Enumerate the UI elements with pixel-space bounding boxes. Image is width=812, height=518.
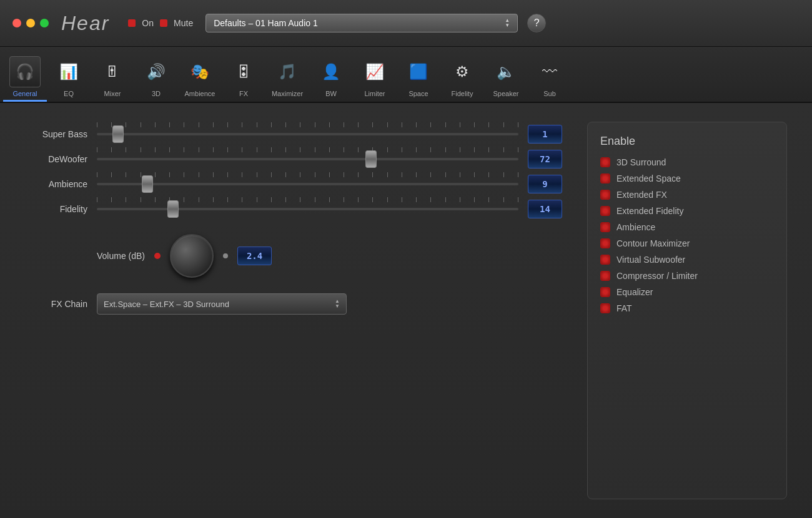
enable-checkbox-5[interactable] bbox=[600, 238, 610, 248]
tab-label-bw: BW bbox=[325, 90, 337, 97]
tab-eq[interactable]: 📊 EQ bbox=[47, 47, 91, 102]
slider-label-0: Super Bass bbox=[25, 129, 87, 139]
preset-value: Defaults – 01 Ham Audio 1 bbox=[214, 18, 318, 28]
preset-dropdown[interactable]: Defaults – 01 Ham Audio 1 ▲ ▼ bbox=[205, 14, 518, 32]
tab-icon-fidelity: ⚙ bbox=[447, 56, 478, 87]
slider-row-1: DeWoofer 72 bbox=[25, 147, 562, 172]
tab-fidelity[interactable]: ⚙ Fidelity bbox=[440, 47, 484, 102]
slider-row-3: Fidelity 14 bbox=[25, 197, 562, 222]
tab-maximizer[interactable]: 🎵 Maximizer bbox=[265, 47, 309, 102]
enable-title: Enable bbox=[600, 135, 774, 148]
enable-item-0: 3D Surround bbox=[600, 157, 774, 167]
slider-value-3: 14 bbox=[528, 200, 562, 218]
on-mute-area: On Mute bbox=[128, 18, 193, 28]
tab-icon-mixer: 🎚 bbox=[97, 56, 128, 87]
close-button[interactable] bbox=[12, 19, 21, 27]
tab-label-fidelity: Fidelity bbox=[452, 90, 473, 97]
enable-item-7: Compressor / Limiter bbox=[600, 271, 774, 281]
volume-knob[interactable] bbox=[170, 234, 214, 278]
tab-label-general: General bbox=[12, 90, 37, 97]
slider-track-container-2 bbox=[97, 175, 518, 193]
tab-label-limiter: Limiter bbox=[364, 90, 385, 97]
tab-label-speaker: Speaker bbox=[493, 90, 519, 97]
tab-bw[interactable]: 👤 BW bbox=[309, 47, 353, 102]
slider-ticks-3 bbox=[97, 195, 518, 207]
slider-ticks-0 bbox=[97, 120, 518, 132]
titlebar: Hear On Mute Defaults – 01 Ham Audio 1 ▲… bbox=[0, 0, 812, 47]
tab-label-mixer: Mixer bbox=[104, 90, 121, 97]
tab-general[interactable]: 🎧 General bbox=[3, 47, 47, 102]
app-title: Hear bbox=[61, 12, 109, 35]
slider-label-1: DeWoofer bbox=[25, 154, 87, 164]
slider-value-2: 9 bbox=[528, 175, 562, 193]
tab-fx[interactable]: 🎛 FX bbox=[222, 47, 265, 102]
slider-track-container-3 bbox=[97, 200, 518, 218]
tab-label-space: Space bbox=[408, 90, 428, 97]
tab-icon-space: 🟦 bbox=[403, 56, 434, 87]
tab-label-maximizer: Maximizer bbox=[272, 90, 303, 97]
tab-icon-ambience: 🎭 bbox=[184, 56, 215, 87]
enable-item-label-5: Contour Maximizer bbox=[616, 238, 690, 248]
slider-row-0: Super Bass 1 bbox=[25, 122, 562, 147]
tab-mixer[interactable]: 🎚 Mixer bbox=[91, 47, 134, 102]
enable-checkbox-2[interactable] bbox=[600, 190, 610, 200]
fxchain-value: Ext.Space – Ext.FX – 3D Surround bbox=[104, 300, 229, 309]
tab-bar: 🎧 General 📊 EQ 🎚 Mixer 🔊 3D 🎭 Ambience 🎛… bbox=[0, 47, 812, 103]
slider-track-1[interactable] bbox=[97, 158, 518, 160]
tab-icon-bw: 👤 bbox=[315, 56, 347, 87]
mute-label[interactable]: Mute bbox=[174, 18, 193, 28]
fxchain-label: FX Chain bbox=[25, 299, 87, 309]
tab-icon-limiter: 📈 bbox=[359, 56, 390, 87]
enable-checkbox-1[interactable] bbox=[600, 173, 610, 183]
minimize-button[interactable] bbox=[26, 19, 35, 27]
fxchain-dropdown[interactable]: Ext.Space – Ext.FX – 3D Surround ▲ ▼ bbox=[97, 293, 347, 315]
enable-checkbox-0[interactable] bbox=[600, 157, 610, 167]
tab-3d[interactable]: 🔊 3D bbox=[134, 47, 178, 102]
enable-item-label-2: Extended FX bbox=[616, 190, 667, 200]
enable-checkbox-6[interactable] bbox=[600, 255, 610, 265]
tab-limiter[interactable]: 📈 Limiter bbox=[353, 47, 397, 102]
tab-speaker[interactable]: 🔈 Speaker bbox=[484, 47, 528, 102]
tab-icon-general: 🎧 bbox=[9, 56, 41, 87]
enable-item-label-1: Extended Space bbox=[616, 173, 681, 183]
volume-dot-right bbox=[223, 253, 228, 258]
enable-item-label-0: 3D Surround bbox=[616, 157, 666, 167]
tab-icon-eq: 📊 bbox=[53, 56, 84, 87]
enable-item-4: Ambience bbox=[600, 222, 774, 232]
maximize-button[interactable] bbox=[40, 19, 49, 27]
fxchain-arrows: ▲ ▼ bbox=[335, 299, 340, 309]
enable-item-3: Extended Fidelity bbox=[600, 206, 774, 216]
enable-checkbox-7[interactable] bbox=[600, 271, 610, 281]
tab-label-sub: Sub bbox=[543, 90, 556, 97]
slider-thumb-2[interactable] bbox=[142, 175, 153, 193]
enable-checkbox-9[interactable] bbox=[600, 303, 610, 313]
enable-item-label-6: Virtual Subwoofer bbox=[616, 255, 685, 265]
enable-checkbox-3[interactable] bbox=[600, 206, 610, 216]
enable-item-label-8: Equalizer bbox=[616, 287, 653, 297]
tab-ambience[interactable]: 🎭 Ambience bbox=[178, 47, 222, 102]
enable-item-label-9: FAT bbox=[616, 303, 632, 313]
enable-item-label-4: Ambience bbox=[616, 222, 655, 232]
help-button[interactable]: ? bbox=[527, 14, 546, 32]
enable-checkbox-4[interactable] bbox=[600, 222, 610, 232]
tab-space[interactable]: 🟦 Space bbox=[397, 47, 440, 102]
slider-ticks-2 bbox=[97, 170, 518, 182]
on-indicator bbox=[128, 19, 136, 27]
enable-item-2: Extended FX bbox=[600, 190, 774, 200]
tab-sub[interactable]: 〰 Sub bbox=[528, 47, 572, 102]
slider-track-3[interactable] bbox=[97, 208, 518, 210]
fxchain-row: FX Chain Ext.Space – Ext.FX – 3D Surroun… bbox=[25, 293, 562, 315]
enable-checkbox-8[interactable] bbox=[600, 287, 610, 297]
on-label[interactable]: On bbox=[142, 18, 154, 28]
slider-track-2[interactable] bbox=[97, 183, 518, 185]
slider-track-0[interactable] bbox=[97, 133, 518, 135]
slider-thumb-1[interactable] bbox=[365, 150, 377, 168]
mute-indicator bbox=[160, 19, 167, 27]
volume-label: Volume (dB) bbox=[97, 251, 145, 261]
volume-value: 2.4 bbox=[237, 247, 272, 265]
slider-thumb-3[interactable] bbox=[167, 200, 179, 218]
slider-thumb-0[interactable] bbox=[112, 125, 124, 143]
slider-track-container-0 bbox=[97, 125, 518, 144]
tab-label-3d: 3D bbox=[152, 90, 161, 97]
slider-track-container-1 bbox=[97, 150, 518, 169]
